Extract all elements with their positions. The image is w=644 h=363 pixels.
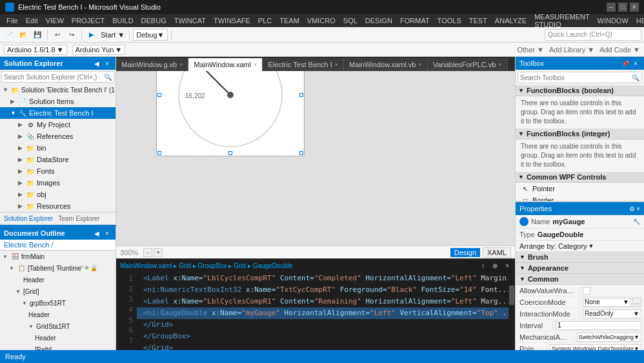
design-area[interactable]: Completed 0 Remaining 0 (116, 71, 515, 245)
interaction-dropdown[interactable]: ReadOnly▼ (583, 309, 641, 318)
menu-measurement[interactable]: MEASUREMENT STUDIO (530, 14, 593, 27)
code-scrollbar[interactable] (508, 273, 515, 350)
menu-test[interactable]: TEST (465, 14, 491, 27)
code-tb-icon2[interactable]: ⊕ (490, 262, 499, 269)
toolbar-undo[interactable]: ↩ (51, 29, 64, 41)
maximize-button[interactable]: □ (618, 3, 627, 12)
tree-resources[interactable]: ▶ 📁 Resources (0, 200, 116, 212)
sel-handle-ml[interactable] (157, 93, 161, 97)
toolbox-section-bool-header[interactable]: ▼ FunctionBlocks (boolean) (516, 85, 644, 96)
coercion-btn[interactable]: … (632, 298, 641, 307)
menu-vmicro[interactable]: VMICRO (303, 14, 339, 27)
gauge-control[interactable]: 16,202 (159, 71, 301, 153)
tab-mainwindow-gvb[interactable]: MainWindow.g.vb × (116, 58, 188, 71)
close-tab-icon[interactable]: × (418, 61, 421, 68)
menu-debug[interactable]: DEBUG (137, 14, 170, 27)
do-header3[interactable]: Header (0, 332, 116, 344)
menu-team[interactable]: TEAM (276, 14, 303, 27)
prop-section-appearance[interactable]: ▼ Appearance (516, 263, 644, 274)
code-line-2[interactable]: <ni:NumericTextBoxInt32 x:Name="TxtCycCo… (137, 284, 515, 296)
design-tab[interactable]: Design (450, 248, 480, 257)
scrollbar-thumb[interactable] (509, 285, 514, 305)
menu-file[interactable]: File (3, 14, 22, 27)
menu-help[interactable]: HELP (632, 14, 644, 27)
toolbar-new[interactable]: 📄 (3, 29, 15, 41)
sel-handle-bm[interactable] (228, 151, 232, 155)
toolbar-redo[interactable]: ↪ (65, 29, 78, 41)
allowvalue-checkbox[interactable] (583, 287, 590, 295)
close-tab-icon[interactable]: × (335, 61, 338, 68)
toolbox-pin-icon[interactable]: 📌 (621, 59, 630, 68)
coercion-dropdown[interactable]: None▼ (583, 298, 631, 307)
menu-twinsafe[interactable]: TWINSAFE (210, 14, 254, 27)
arduino-version-dropdown[interactable]: Arduino 1.6/1.8 ▼ (4, 45, 67, 55)
props-wrench-icon[interactable]: 🔧 (633, 218, 640, 225)
mechanical-dropdown[interactable]: SwitchWhileDragging▼ (577, 333, 641, 342)
tree-images[interactable]: ▶ 📁 Images (0, 177, 116, 189)
close-tab-icon[interactable]: × (254, 61, 257, 68)
minimize-button[interactable]: ─ (607, 3, 616, 12)
tab-variables-plc[interactable]: VariablesForPLC.vb × (428, 58, 508, 71)
debug-dropdown[interactable]: Debug ▼ (133, 29, 167, 41)
toolbar-start[interactable]: ▶ (85, 29, 98, 41)
menu-sql[interactable]: SQL (339, 14, 361, 27)
toolbar-save[interactable]: 💾 (31, 29, 44, 41)
do-tabitem[interactable]: ▼ 📋 [TabItem] 'Runtime' 👁 🔒 (0, 262, 116, 274)
do-header1[interactable]: Header (0, 274, 116, 285)
do-header2[interactable]: Header (0, 309, 116, 320)
menu-format[interactable]: FORMAT (396, 14, 434, 27)
zoom-in-button[interactable]: + (154, 248, 163, 257)
menu-build[interactable]: BUILD (108, 14, 137, 27)
close-button[interactable]: ✕ (630, 3, 639, 12)
props-close-icon[interactable]: × (636, 205, 640, 213)
tree-fonts[interactable]: ▶ 📁 Fonts (0, 165, 116, 177)
code-line-6[interactable]: </GroupBox> (137, 331, 515, 342)
menu-plc[interactable]: PLC (254, 14, 276, 27)
solution-search-input[interactable] (2, 74, 102, 81)
solution-explorer-tab[interactable]: Solution Explorer (4, 215, 53, 222)
menu-design[interactable]: DESIGN (361, 14, 396, 27)
menu-view[interactable]: VIEW (42, 14, 68, 27)
add-code-label[interactable]: Add Code ▼ (599, 46, 640, 54)
team-explorer-tab[interactable]: Team Explorer (58, 215, 99, 222)
code-tb-icon1[interactable]: ↕ (479, 262, 487, 269)
sel-handle-br[interactable] (299, 151, 303, 155)
prop-section-brush[interactable]: ▼ Brush (516, 252, 644, 263)
xaml-tab[interactable]: XAML (483, 247, 511, 258)
do-frmmain[interactable]: ▼ 🪟 frmMain (0, 251, 116, 262)
do-gridsta[interactable]: ▼ GridSta1RT (0, 320, 116, 332)
menu-window[interactable]: WINDOW (594, 14, 632, 27)
tree-datastore[interactable]: ▶ 📁 DataStore (0, 154, 116, 165)
se-icon1[interactable]: ◀ (92, 59, 101, 68)
interval-input[interactable] (556, 321, 641, 330)
tree-solution-items[interactable]: ▶ 📄 Solution Items (0, 96, 116, 107)
close-tab-icon[interactable]: × (179, 61, 183, 68)
sel-handle-bl[interactable] (157, 151, 161, 155)
code-line-5[interactable]: </Grid> (137, 319, 515, 331)
menu-twincat[interactable]: TWINCAT (170, 14, 210, 27)
tab-electric-test[interactable]: Electric Test Bench I × (263, 58, 344, 71)
toolbox-section-int-header[interactable]: ▼ FunctionBlocks (integer) (516, 129, 644, 140)
prop-section-common[interactable]: ▼ Common (516, 274, 644, 285)
code-line-3[interactable]: <Label x:Name="LblCyclesCompR1" Content=… (137, 296, 515, 307)
toolbar-start-label[interactable]: Start ▼ (101, 31, 125, 39)
do-grid1[interactable]: ▼ [Grid] (0, 285, 116, 297)
code-line-4[interactable]: <ni:GaugeDouble x:Name="myGauge" Horizon… (137, 307, 515, 319)
se-icon2[interactable]: × (103, 59, 112, 68)
toolbox-section-wpf-header[interactable]: ▼ Common WPF Controls (516, 172, 644, 183)
do-lock-icon[interactable]: 🔒 (90, 265, 97, 271)
tree-references[interactable]: ▶ 📎 References (0, 130, 116, 142)
do-icon1[interactable]: ◀ (92, 229, 101, 238)
sel-handle-mr[interactable] (299, 93, 303, 97)
menu-project[interactable]: PROJECT (68, 14, 108, 27)
menu-edit[interactable]: Edit (22, 14, 42, 27)
toolbox-search-input[interactable] (518, 74, 630, 81)
code-line-1[interactable]: <Label x:Name="LblCyclesCompRT" Content=… (137, 273, 515, 284)
tab-mainwindow-vb[interactable]: MainWindow.xaml.vb × (344, 58, 428, 71)
tree-solution-root[interactable]: ▼ 📁 Solution 'Electric Test Bench I' (1 … (0, 84, 116, 96)
tab-mainwindow-xaml[interactable]: MainWindow.xaml × (188, 58, 263, 71)
prop-arrange-row[interactable]: Arrange by: Category ▼ (516, 241, 644, 252)
menu-analyze[interactable]: ANALYZE (491, 14, 530, 27)
code-line-7[interactable]: </Grid> (137, 342, 515, 350)
toolbox-close-icon[interactable]: × (631, 59, 640, 68)
